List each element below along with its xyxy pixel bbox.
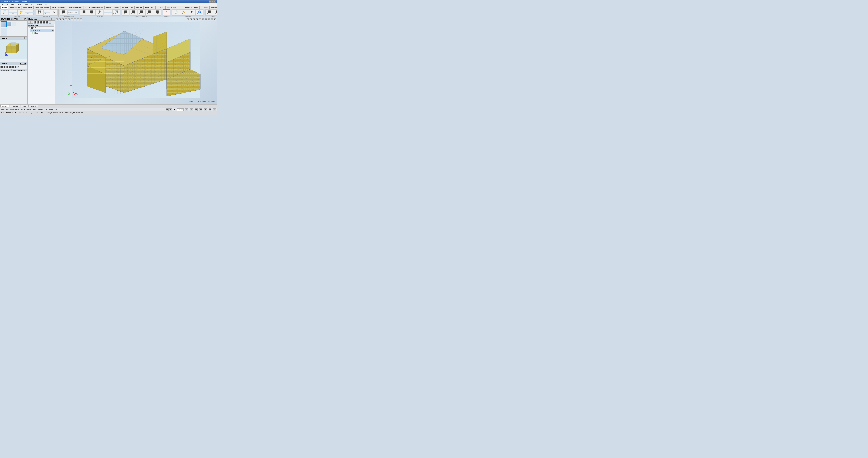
drawing-thumb-1[interactable] [1, 21, 6, 27]
feature-tb-btn-6[interactable]: ⬛ [14, 66, 17, 68]
tab-home[interactable]: Home [0, 6, 8, 9]
plugins-button[interactable]: ⬛ Plugins [213, 9, 217, 16]
graphic-close-btn[interactable]: ✕ [24, 37, 27, 39]
graphic-minimize-btn[interactable]: − [22, 37, 24, 39]
rem-button[interactable]: ⬛ Rem. [122, 9, 129, 16]
save-as-button[interactable]: Save as [43, 10, 50, 12]
tree-tb-btn-6[interactable]: ⬛ [43, 21, 45, 24]
tree-tb-btn-3[interactable]: ⬛ [34, 21, 36, 24]
tree-tb-btn-1[interactable]: ← [28, 21, 31, 24]
tab-sketch[interactable]: Sketch [104, 6, 113, 9]
menu-file[interactable]: File [0, 3, 4, 5]
extras-button[interactable]: ⬛ Extras [205, 9, 213, 16]
vp-btn-6[interactable]: ▷ [71, 19, 73, 21]
tree-tb-btn-5[interactable]: ⬛ [40, 21, 42, 24]
bottom-tab-variables[interactable]: Variables [28, 105, 38, 107]
tab-point-cloud[interactable]: Point Cloud [144, 6, 156, 9]
vp-btn-right-10[interactable]: ⊕ [214, 19, 216, 21]
menu-view[interactable]: View [10, 3, 15, 5]
feature-tb-btn-1[interactable]: ⬛ [0, 66, 3, 68]
world-cs-button[interactable]: 🌍 World CS... [196, 9, 204, 16]
exp-button[interactable]: ⬛ Exp. [80, 9, 88, 16]
open-button[interactable]: 📂 Open [18, 9, 25, 16]
tab-3d-ffs[interactable]: 3-D FFS [200, 6, 209, 9]
drawings-close-btn[interactable]: ✕ [24, 18, 27, 20]
vp-btn-8[interactable]: ⊗ [77, 19, 79, 21]
vp-btn-right-2[interactable]: ⊕ [190, 19, 192, 21]
orient-button[interactable]: ⬛ Orient... [130, 9, 137, 16]
vp-btn-5[interactable]: ◁ [68, 19, 70, 21]
status-snap-btn-2[interactable]: ⬛ [169, 108, 172, 111]
exchange-button[interactable]: 🔄 Exchange [112, 9, 120, 16]
tab-steel-engineering[interactable]: Steel Engineering [34, 6, 50, 9]
status-zoom-btn-2[interactable]: ▷ [190, 108, 193, 111]
status-zoom-btn-3[interactable]: ⬛ [194, 108, 197, 111]
ins-article-button[interactable]: Article... [104, 12, 112, 15]
user-button[interactable]: 👤 User [96, 9, 103, 16]
drawing-thumb-2[interactable] [7, 22, 11, 26]
vp-btn-9[interactable]: ⊘ [80, 19, 82, 21]
tree-item-sheet1[interactable]: □ Sheet 1 [31, 32, 55, 34]
vp-btn-right-8[interactable]: ⊡ [208, 19, 210, 21]
bottom-tab-feature[interactable]: Feature [0, 105, 9, 107]
cat-button[interactable]: ⬛ Cat. [88, 9, 96, 16]
feature-close-btn[interactable]: ✕ [24, 62, 27, 65]
menu-tools[interactable]: Tools [30, 3, 35, 5]
tab-views[interactable]: Views [113, 6, 120, 9]
close-button[interactable]: ✕ [214, 0, 216, 3]
menu-window[interactable]: Window [36, 3, 43, 5]
open-article-button[interactable]: Article... [25, 12, 34, 15]
feature-settings-gear[interactable]: ⚙ [17, 66, 20, 68]
ref-button[interactable]: Ref. [74, 11, 78, 14]
status-snap-btn-1[interactable]: ⬛ [166, 108, 169, 111]
bom-button[interactable]: ⬛ BOM [153, 9, 161, 16]
tab-sheet-metal[interactable]: Sheet Metal [22, 6, 34, 9]
tab-profile-installation[interactable]: Profile Installation [67, 6, 84, 9]
status-zoom-btn-4[interactable]: ⬛ [199, 108, 202, 111]
tab-simplify[interactable]: Simplify [135, 6, 144, 9]
feature-tb-btn-3[interactable]: ⬛ [6, 66, 8, 68]
ins-docu-button[interactable]: Docu... [104, 10, 112, 12]
vp-btn-right-7[interactable]: ▣ [205, 19, 207, 21]
bottom-tab-properties[interactable]: Properties [10, 105, 20, 107]
frame-button[interactable]: ⬛ Frame [145, 9, 153, 16]
model-tree-minimize-btn[interactable]: − [50, 18, 52, 20]
status-zoom-btn-5[interactable]: ⬛ [204, 108, 207, 111]
vp-btn-7[interactable]: △ [74, 19, 76, 21]
tab-2d-part[interactable]: 2-D Part [156, 6, 165, 9]
open-docu-button[interactable]: Docu... [25, 10, 34, 12]
new-article-button[interactable]: Article... [9, 12, 17, 15]
visual-button[interactable]: 👁 Visual. [188, 9, 195, 16]
feature-settings-btn[interactable]: ⚙ [20, 62, 22, 65]
menu-format[interactable]: Format [23, 3, 29, 5]
tree-item-3d-model[interactable]: ▼ ⬛ 3-D model [28, 27, 55, 29]
tree-item-ansicht1[interactable]: ▼ ■ Ansicht 1 1:1 [30, 29, 55, 32]
delete-button[interactable]: ✕ Delete [163, 9, 170, 16]
vp-btn-right-4[interactable]: ⊘ [196, 19, 198, 21]
tree-tb-btn-2[interactable]: → [31, 21, 33, 24]
vp-btn-right-3[interactable]: ⊙ [193, 19, 195, 21]
tab-information[interactable]: Information [209, 6, 217, 9]
tab-exploded[interactable]: Exploded view [121, 6, 134, 9]
menu-help[interactable]: Help [44, 3, 48, 5]
tab-metal-engineering[interactable]: Metal Engineering [51, 6, 67, 9]
update-button[interactable]: Update [67, 11, 74, 14]
vp-btn-right-1[interactable]: ⊞ [187, 19, 189, 21]
feature-minimize-btn[interactable]: − [22, 62, 24, 65]
status-camera-btn[interactable]: ⊙ [213, 108, 216, 111]
drawing-thumb-4[interactable] [1, 28, 7, 36]
menu-insert[interactable]: Insert [16, 3, 21, 5]
status-zoom-btn-6[interactable]: ⬛ [209, 108, 212, 111]
vp-btn-3[interactable]: ⊙ [62, 19, 64, 21]
vp-btn-4[interactable]: ▽ [65, 19, 67, 21]
bottom-tab-hcm[interactable]: HCM [21, 105, 28, 107]
vp-btn-1[interactable]: ⊞ [56, 19, 59, 21]
viewport[interactable]: ⊞ ⊕ ⊙ ▽ ◁ ▷ △ ⊗ ⊘ ⊞ ⊕ ⊙ ⊘ ⊛ ⊟ ▣ ⊡ ⊞ ⊕ [55, 18, 217, 104]
vp-btn-right-9[interactable]: ⊞ [211, 19, 213, 21]
tab-2d-dim[interactable]: 2-D Dimensioning+Text [179, 6, 199, 9]
tree-tb-btn-settings[interactable]: ⚙ [49, 21, 51, 24]
new-docu-button[interactable]: Docu... [9, 10, 17, 12]
part-button[interactable]: ⬛ Part... [60, 9, 67, 16]
scale-button[interactable]: 📐 Scale [180, 9, 188, 16]
feature-tb-btn-2[interactable]: ⬛ [3, 66, 6, 68]
